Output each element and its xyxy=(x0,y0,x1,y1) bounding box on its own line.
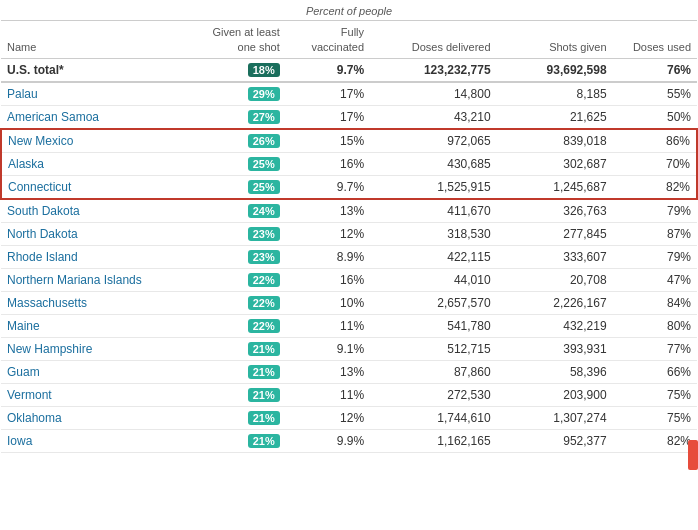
state-link[interactable]: New Mexico xyxy=(8,134,73,148)
table-row: South Dakota24%13%411,670326,76379% xyxy=(1,199,697,223)
cell-name[interactable]: Northern Mariana Islands xyxy=(1,268,170,291)
state-link[interactable]: North Dakota xyxy=(7,227,78,241)
cell-name[interactable]: Iowa xyxy=(1,429,170,452)
cell-doses-used: 86% xyxy=(613,129,697,153)
cell-name: U.S. total* xyxy=(1,58,170,82)
cell-name[interactable]: Alaska xyxy=(1,152,170,175)
cell-name[interactable]: Oklahoma xyxy=(1,406,170,429)
table-row: North Dakota23%12%318,530277,84587% xyxy=(1,222,697,245)
cell-shots-given: 20,708 xyxy=(497,268,613,291)
cell-one-shot: 24% xyxy=(170,199,286,223)
col-doses-used: Doses used xyxy=(613,21,697,59)
one-shot-badge: 21% xyxy=(248,411,280,425)
cell-shots-given: 333,607 xyxy=(497,245,613,268)
cell-one-shot: 21% xyxy=(170,383,286,406)
cell-doses-delivered: 541,780 xyxy=(370,314,497,337)
cell-one-shot: 26% xyxy=(170,129,286,153)
cell-doses-delivered: 972,065 xyxy=(370,129,497,153)
table-row: Maine22%11%541,780432,21980% xyxy=(1,314,697,337)
state-link[interactable]: Iowa xyxy=(7,434,32,448)
cell-fully-vaccinated: 11% xyxy=(286,383,370,406)
cell-name[interactable]: Connecticut xyxy=(1,175,170,199)
cell-name[interactable]: Massachusetts xyxy=(1,291,170,314)
state-link[interactable]: South Dakota xyxy=(7,204,80,218)
cell-doses-used: 80% xyxy=(613,314,697,337)
cell-one-shot: 21% xyxy=(170,337,286,360)
cell-name[interactable]: Guam xyxy=(1,360,170,383)
scroll-indicator[interactable] xyxy=(688,440,698,453)
cell-fully-vaccinated: 9.7% xyxy=(286,175,370,199)
state-link[interactable]: Rhode Island xyxy=(7,250,78,264)
col-name: Name xyxy=(1,21,170,59)
cell-shots-given: 432,219 xyxy=(497,314,613,337)
cell-doses-delivered: 272,530 xyxy=(370,383,497,406)
table-row: Massachusetts22%10%2,657,5702,226,16784% xyxy=(1,291,697,314)
cell-one-shot: 23% xyxy=(170,222,286,245)
cell-fully-vaccinated: 12% xyxy=(286,222,370,245)
table-row: U.S. total*18%9.7%123,232,77593,692,5987… xyxy=(1,58,697,82)
state-link[interactable]: Connecticut xyxy=(8,180,71,194)
one-shot-badge: 22% xyxy=(248,273,280,287)
state-link[interactable]: Vermont xyxy=(7,388,52,402)
cell-doses-delivered: 1,525,915 xyxy=(370,175,497,199)
cell-doses-used: 82% xyxy=(613,175,697,199)
cell-one-shot: 22% xyxy=(170,268,286,291)
state-link[interactable]: Palau xyxy=(7,87,38,101)
one-shot-badge: 21% xyxy=(248,434,280,448)
cell-name[interactable]: North Dakota xyxy=(1,222,170,245)
one-shot-badge: 22% xyxy=(248,319,280,333)
cell-one-shot: 23% xyxy=(170,245,286,268)
cell-shots-given: 1,245,687 xyxy=(497,175,613,199)
cell-fully-vaccinated: 15% xyxy=(286,129,370,153)
table-row: Guam21%13%87,86058,39666% xyxy=(1,360,697,383)
table-row: Northern Mariana Islands22%16%44,01020,7… xyxy=(1,268,697,291)
one-shot-badge: 26% xyxy=(248,134,280,148)
state-link[interactable]: Alaska xyxy=(8,157,44,171)
cell-shots-given: 203,900 xyxy=(497,383,613,406)
cell-name[interactable]: South Dakota xyxy=(1,199,170,223)
one-shot-badge: 22% xyxy=(248,296,280,310)
cell-doses-used: 76% xyxy=(613,58,697,82)
cell-name[interactable]: Maine xyxy=(1,314,170,337)
table-row: Connecticut25%9.7%1,525,9151,245,68782% xyxy=(1,175,697,199)
cell-doses-used: 50% xyxy=(613,105,697,129)
cell-shots-given: 2,226,167 xyxy=(497,291,613,314)
vaccination-table: Percent of people Name Given at least on… xyxy=(0,0,698,453)
cell-name[interactable]: Rhode Island xyxy=(1,245,170,268)
cell-one-shot: 18% xyxy=(170,58,286,82)
cell-name[interactable]: Vermont xyxy=(1,383,170,406)
cell-doses-used: 75% xyxy=(613,383,697,406)
cell-doses-delivered: 14,800 xyxy=(370,82,497,106)
one-shot-badge: 23% xyxy=(248,250,280,264)
state-link[interactable]: New Hampshire xyxy=(7,342,92,356)
cell-name[interactable]: Palau xyxy=(1,82,170,106)
cell-one-shot: 22% xyxy=(170,291,286,314)
cell-doses-used: 84% xyxy=(613,291,697,314)
cell-name[interactable]: American Samoa xyxy=(1,105,170,129)
state-link[interactable]: Maine xyxy=(7,319,40,333)
state-link[interactable]: Oklahoma xyxy=(7,411,62,425)
state-link[interactable]: American Samoa xyxy=(7,110,99,124)
one-shot-badge: 25% xyxy=(248,180,280,194)
table-row: Alaska25%16%430,685302,68770% xyxy=(1,152,697,175)
cell-fully-vaccinated: 9.9% xyxy=(286,429,370,452)
cell-fully-vaccinated: 11% xyxy=(286,314,370,337)
cell-fully-vaccinated: 13% xyxy=(286,360,370,383)
cell-doses-used: 47% xyxy=(613,268,697,291)
cell-doses-delivered: 43,210 xyxy=(370,105,497,129)
state-link[interactable]: Guam xyxy=(7,365,40,379)
cell-doses-delivered: 87,860 xyxy=(370,360,497,383)
table-row: Rhode Island23%8.9%422,115333,60779% xyxy=(1,245,697,268)
state-link[interactable]: Northern Mariana Islands xyxy=(7,273,142,287)
one-shot-badge: 25% xyxy=(248,157,280,171)
cell-name[interactable]: New Hampshire xyxy=(1,337,170,360)
cell-one-shot: 22% xyxy=(170,314,286,337)
state-link[interactable]: Massachusetts xyxy=(7,296,87,310)
cell-doses-delivered: 430,685 xyxy=(370,152,497,175)
table-row: Vermont21%11%272,530203,90075% xyxy=(1,383,697,406)
cell-one-shot: 27% xyxy=(170,105,286,129)
cell-fully-vaccinated: 16% xyxy=(286,268,370,291)
cell-name[interactable]: New Mexico xyxy=(1,129,170,153)
cell-doses-used: 79% xyxy=(613,199,697,223)
cell-doses-delivered: 123,232,775 xyxy=(370,58,497,82)
